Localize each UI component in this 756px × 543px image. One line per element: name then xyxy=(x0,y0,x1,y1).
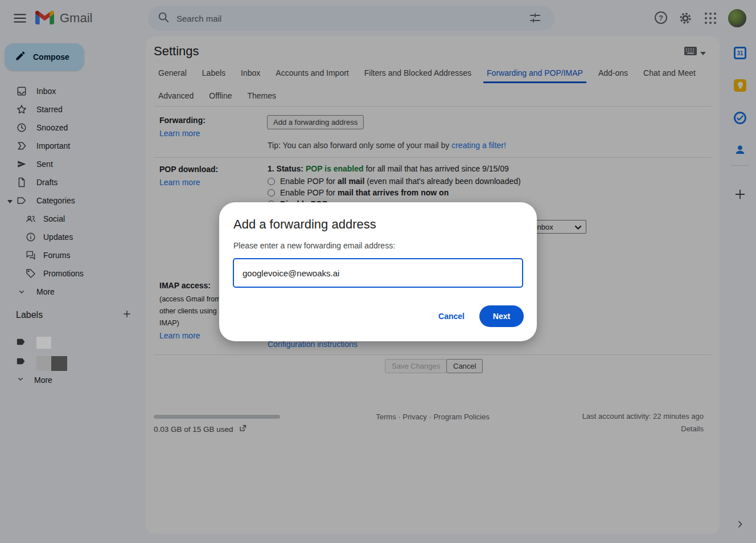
label-name-redacted xyxy=(36,356,51,371)
forwarding-email-input[interactable] xyxy=(233,258,523,288)
dialog-next-button[interactable]: Next xyxy=(479,305,524,327)
dialog-prompt: Please enter a new forwarding email addr… xyxy=(233,241,395,250)
add-forwarding-address-dialog: Add a forwarding address Please enter a … xyxy=(219,202,537,341)
label-name-redacted xyxy=(51,356,67,371)
dialog-title: Add a forwarding address xyxy=(233,217,376,232)
label-name-redacted xyxy=(36,337,51,349)
dialog-cancel-button[interactable]: Cancel xyxy=(438,312,465,321)
